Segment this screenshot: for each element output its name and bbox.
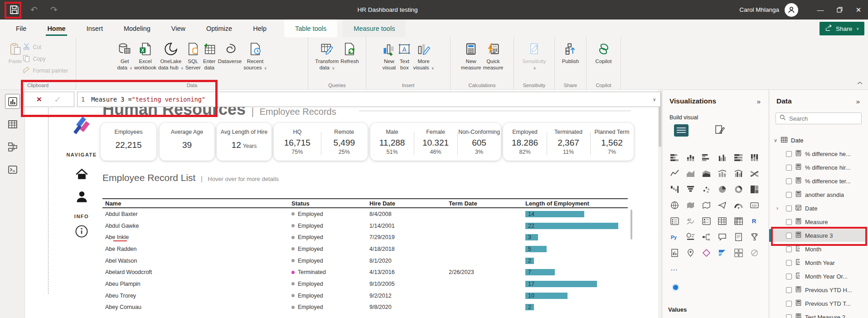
key-influencers-visual-icon[interactable] bbox=[684, 232, 697, 242]
field--difference-hir[interactable]: % difference hir... bbox=[769, 161, 868, 174]
funnel-visual-icon[interactable] bbox=[684, 184, 697, 194]
column-header[interactable]: Hire Date bbox=[367, 200, 446, 207]
table-row[interactable]: Abe InkleEmployed7/29/20193 bbox=[102, 231, 628, 243]
table-scrollbar[interactable] bbox=[630, 210, 632, 240]
stacked-bar-100-visual-icon[interactable] bbox=[732, 152, 745, 162]
map-visual-icon[interactable] bbox=[668, 200, 681, 210]
avatar[interactable] bbox=[785, 3, 798, 17]
kpi-card[interactable]: Avg Length of Hire12Years bbox=[217, 123, 272, 161]
column-header[interactable]: Name bbox=[102, 200, 289, 207]
field-checkbox[interactable] bbox=[786, 246, 792, 252]
chevron-down-icon[interactable]: ∨ bbox=[774, 137, 777, 143]
field-date[interactable]: ›Date bbox=[769, 201, 868, 215]
canvas-scrollbar[interactable] bbox=[658, 90, 662, 318]
python-visual-icon[interactable]: Py bbox=[668, 232, 681, 242]
field--difference-he[interactable]: % difference he... bbox=[769, 147, 868, 161]
search-input[interactable] bbox=[789, 115, 853, 122]
field-previous-ytd-t[interactable]: Previous YTD T... bbox=[769, 297, 868, 310]
field-checkbox[interactable] bbox=[786, 274, 792, 279]
r-script-visual-icon[interactable]: R bbox=[748, 216, 761, 226]
employee-record-table[interactable]: NameStatusHire DateTerm DateLength of Em… bbox=[102, 198, 628, 313]
onelake-data-hub-button[interactable]: OneLakedata hub ∨ bbox=[158, 41, 184, 71]
field-checkbox[interactable] bbox=[786, 260, 792, 266]
refresh-button[interactable]: Refresh bbox=[340, 41, 359, 65]
tab-insert[interactable]: Insert bbox=[76, 20, 113, 37]
gauge-visual-icon[interactable] bbox=[732, 200, 745, 210]
paginated-report-visual-icon[interactable] bbox=[668, 248, 681, 258]
field-month-year[interactable]: fxMonth Year bbox=[769, 256, 868, 269]
field-month-year-or[interactable]: fxMonth Year Or... bbox=[769, 269, 868, 283]
waterfall-visual-icon[interactable] bbox=[668, 184, 681, 194]
azure-map-visual-icon[interactable] bbox=[716, 200, 729, 210]
table-row[interactable]: Abdul GawkeEmployed1/14/200122 bbox=[102, 220, 628, 232]
field-checkbox[interactable] bbox=[786, 287, 792, 293]
stacked-column-visual-icon[interactable] bbox=[684, 152, 697, 162]
donut-visual-icon[interactable] bbox=[732, 184, 745, 194]
column-header[interactable]: Term Date bbox=[446, 200, 523, 207]
collapse-ribbon-icon[interactable] bbox=[857, 78, 863, 87]
info-icon[interactable] bbox=[57, 225, 107, 240]
field-month[interactable]: fxMonth bbox=[769, 242, 868, 256]
collapse-pane-icon[interactable]: » bbox=[757, 98, 761, 105]
column-header[interactable]: Length of Employment bbox=[523, 200, 628, 207]
field-checkbox[interactable] bbox=[786, 151, 792, 157]
field-checkbox[interactable] bbox=[786, 205, 792, 211]
table-row[interactable]: Abel WatsonEmployed8/1/20202 bbox=[102, 255, 628, 267]
smart-narrative-visual-icon[interactable] bbox=[732, 232, 745, 242]
cut-button[interactable]: Cut bbox=[23, 43, 68, 52]
more-visual-options[interactable]: … bbox=[670, 264, 678, 272]
dataverse-button[interactable]: Dataverse bbox=[218, 41, 242, 65]
small-multiples-visual-icon[interactable] bbox=[732, 248, 745, 258]
table-row[interactable]: Abeu TroreyEmployed9/2/201210 bbox=[102, 290, 628, 302]
column-header[interactable]: Status bbox=[289, 200, 367, 207]
field-checkbox[interactable] bbox=[786, 314, 792, 318]
shape-map-visual-icon[interactable] bbox=[700, 200, 713, 210]
table-row[interactable]: Abelard WoodcroftTerminated4/13/20162/26… bbox=[102, 266, 628, 278]
tab-modeling[interactable]: Modeling bbox=[113, 20, 161, 37]
field-another-asndia[interactable]: another asndia bbox=[769, 188, 868, 201]
card-visual-icon[interactable]: 123 bbox=[748, 200, 761, 210]
cancel-formula-icon[interactable]: × bbox=[37, 94, 42, 104]
share-button[interactable]: Share ∨ bbox=[820, 22, 864, 35]
sensitivity-button[interactable]: Sensitivity ∨ bbox=[523, 41, 546, 71]
enter-data-button[interactable]: Enterdata bbox=[203, 41, 216, 71]
commit-formula-icon[interactable]: ✓ bbox=[54, 94, 61, 105]
tab-home[interactable]: Home bbox=[37, 20, 76, 37]
new-visual-button[interactable]: Newvisual bbox=[382, 41, 396, 71]
tab-view[interactable]: View bbox=[161, 20, 196, 37]
kpi-card[interactable]: Employees22,215 bbox=[101, 123, 156, 161]
home-icon[interactable] bbox=[57, 167, 107, 183]
table-visual-icon[interactable] bbox=[716, 216, 729, 226]
field-checkbox[interactable] bbox=[786, 301, 792, 307]
clustered-bar-visual-icon[interactable] bbox=[700, 152, 713, 162]
table-row[interactable]: Abe RaddenEmployed4/18/20185 bbox=[102, 243, 628, 255]
tab-help[interactable]: Help bbox=[242, 20, 277, 37]
tab-measure-tools[interactable]: Measure tools bbox=[343, 20, 406, 37]
area-visual-icon[interactable] bbox=[684, 168, 697, 178]
field-checkbox[interactable] bbox=[786, 219, 792, 225]
transform-data-button[interactable]: Transformdata ∨ bbox=[315, 41, 339, 71]
tab-file[interactable]: File bbox=[5, 20, 37, 37]
treemap-visual-icon[interactable] bbox=[748, 184, 761, 194]
multi-row-card-visual-icon[interactable] bbox=[668, 216, 681, 226]
get-data-button[interactable]: Getdata ∨ bbox=[117, 41, 132, 71]
field-measure-3[interactable]: Measure 3 bbox=[769, 229, 868, 242]
dax-query-view-icon[interactable] bbox=[5, 162, 20, 177]
redo-icon[interactable]: ↷ bbox=[47, 3, 61, 17]
field--difference-ter[interactable]: % difference ter... bbox=[769, 174, 868, 188]
chevron-right-icon[interactable]: › bbox=[776, 205, 778, 211]
kpi-card[interactable]: Employed18.28682%Terminated2,36711%Plann… bbox=[503, 123, 634, 161]
line-clustered-column-visual-icon[interactable] bbox=[732, 168, 745, 178]
tab-optimize[interactable]: Optimize bbox=[196, 20, 242, 37]
user-name[interactable]: Carol Mhlanga bbox=[739, 6, 779, 13]
table-row[interactable]: Abdul BaxterEmployed8/4/200814 bbox=[102, 208, 628, 220]
field-checkbox[interactable] bbox=[786, 165, 792, 171]
decomposition-tree-visual-icon[interactable] bbox=[700, 232, 713, 242]
format-painter-button[interactable]: Format painter bbox=[23, 66, 68, 75]
quick-measure-button[interactable]: Quickmeasure bbox=[483, 41, 504, 71]
save-icon[interactable] bbox=[7, 3, 21, 17]
publish-button[interactable]: Publish bbox=[562, 41, 579, 65]
blank-visual-icon[interactable] bbox=[748, 248, 761, 258]
scatter-visual-icon[interactable] bbox=[700, 184, 713, 194]
copilot-button[interactable]: Copilot bbox=[596, 41, 612, 65]
